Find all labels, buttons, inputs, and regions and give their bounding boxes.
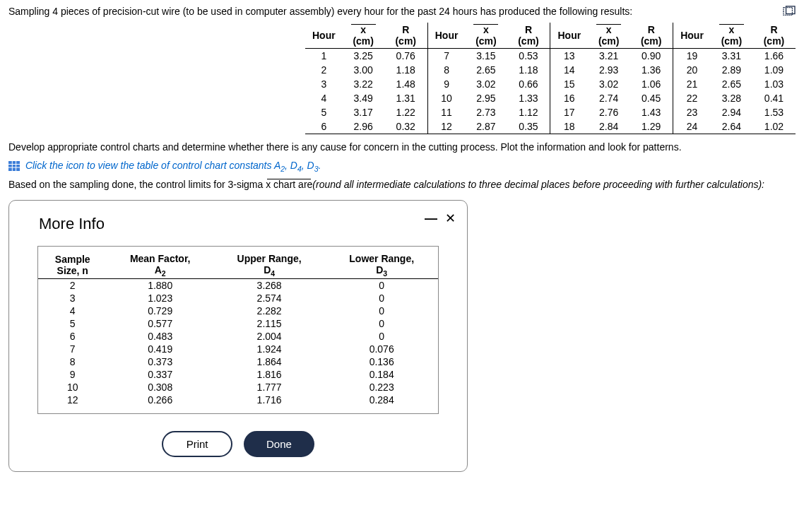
minimize-icon[interactable]: —	[425, 211, 437, 225]
based-text: Based on the sampling done, the control …	[8, 179, 796, 190]
table-row: 120.2661.7160.284	[38, 394, 438, 406]
table-row: 40.7292.2820	[38, 305, 438, 317]
col-x: x (cm)	[465, 23, 507, 49]
constants-table: SampleSize, n Mean Factor,A2 Upper Range…	[38, 252, 438, 406]
close-icon[interactable]: ✕	[445, 211, 456, 225]
new-window-icon[interactable]	[783, 6, 796, 17]
table-row: 50.5772.1150	[38, 317, 438, 330]
col-x: x (cm)	[588, 23, 629, 49]
dialog-title: More Info	[39, 215, 453, 233]
table-row: 31.0232.5740	[38, 292, 438, 305]
col-hour: Hour	[305, 23, 343, 49]
table-row: 62.960.32122.870.35182.841.29242.641.02	[305, 119, 796, 134]
col-r: R (cm)	[384, 23, 427, 49]
done-button[interactable]: Done	[244, 431, 314, 457]
table-row: 21.8803.2680	[38, 278, 438, 292]
more-info-dialog: — ✕ More Info SampleSize, n Mean Factor,…	[8, 200, 468, 472]
instruction-1: Develop appropriate control charts and d…	[8, 141, 796, 153]
col-hour: Hour	[673, 23, 711, 49]
intro-text: Sampling 4 pieces of precision-cut wire …	[8, 6, 796, 17]
table-row: 33.221.4893.020.66153.021.06212.651.03	[305, 77, 796, 91]
col-sample-size: SampleSize, n	[38, 252, 107, 278]
col-x: x (cm)	[343, 23, 384, 49]
col-r: R (cm)	[752, 23, 796, 49]
col-r: R (cm)	[629, 23, 673, 49]
view-constants-link[interactable]: Click the icon to view the table of cont…	[25, 160, 321, 171]
col-hour: Hour	[427, 23, 465, 49]
table-row: 100.3081.7770.223	[38, 381, 438, 394]
print-button[interactable]: Print	[162, 431, 232, 457]
samples-table: Hour x (cm) R (cm) Hour x (cm) R (cm) Ho…	[305, 23, 796, 134]
table-row: 53.171.22112.731.12172.761.43232.941.53	[305, 105, 796, 119]
table-row: 70.4191.9240.076	[38, 343, 438, 355]
table-icon[interactable]	[8, 161, 20, 171]
table-row: 80.3731.8640.136	[38, 355, 438, 368]
col-x: x (cm)	[711, 23, 752, 49]
table-row: 90.3371.8160.184	[38, 368, 438, 381]
col-d4: Upper Range,D4	[213, 252, 325, 278]
col-d3: Lower Range,D3	[325, 252, 438, 278]
table-row: 43.491.31102.951.33162.740.45223.280.41	[305, 91, 796, 105]
col-a2: Mean Factor,A2	[107, 252, 213, 278]
col-r: R (cm)	[507, 23, 550, 49]
table-row: 23.001.1882.651.18142.931.36202.891.09	[305, 63, 796, 77]
table-row: 13.250.7673.150.53133.210.90193.311.66	[305, 49, 796, 64]
col-hour: Hour	[550, 23, 588, 49]
table-row: 60.4832.0040	[38, 330, 438, 343]
svg-rect-2	[8, 161, 20, 171]
